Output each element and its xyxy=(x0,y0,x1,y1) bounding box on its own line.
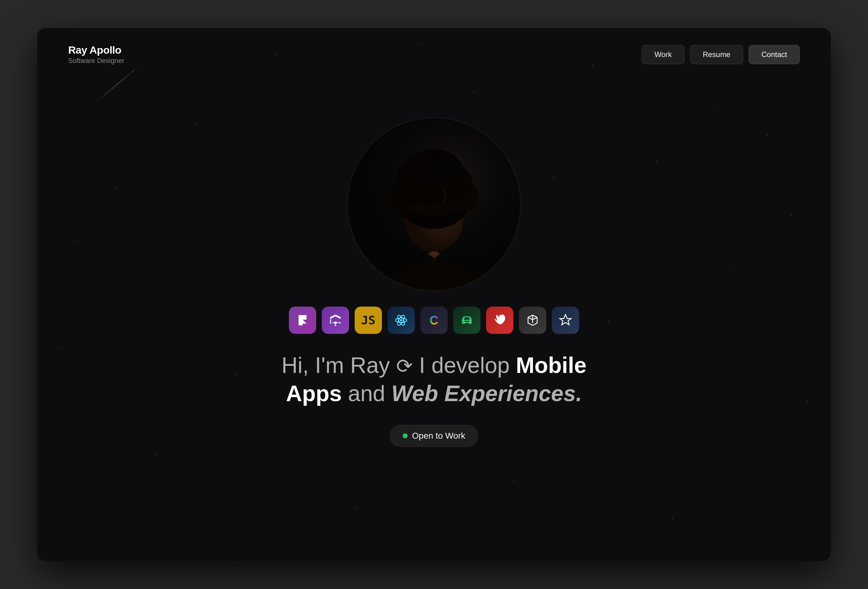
open-to-work-text: Open to Work xyxy=(412,431,465,441)
avatar xyxy=(347,118,521,291)
cursor-emoji: ⟳ xyxy=(396,355,413,377)
brand-subtitle: Software Designer xyxy=(68,57,124,65)
css-icon: C xyxy=(420,307,448,334)
avatar-container xyxy=(347,118,521,291)
headline-apps-bold: Apps xyxy=(286,381,342,406)
hero-section: JS C xyxy=(37,28,831,561)
headline-line-1: Hi, I'm Ray ⟳ I develop Mobile xyxy=(282,353,586,378)
headline-prefix: Hi, I'm Ray xyxy=(282,353,396,378)
nav-resume-button[interactable]: Resume xyxy=(690,45,743,64)
nav-work-button[interactable]: Work xyxy=(642,45,685,64)
status-dot xyxy=(403,433,407,438)
android-studio-icon xyxy=(453,307,480,334)
tech-icons-row: JS C xyxy=(289,307,579,334)
react-icon xyxy=(388,307,415,334)
nav-links: Work Resume Contact xyxy=(642,45,800,64)
swift-icon xyxy=(486,307,513,334)
nav-contact-button[interactable]: Contact xyxy=(748,45,800,64)
hero-headline: Hi, I'm Ray ⟳ I develop Mobile Apps and … xyxy=(282,353,586,406)
brand-name: Ray Apollo xyxy=(68,44,124,56)
swift2-icon xyxy=(552,307,579,334)
brand: Ray Apollo Software Designer xyxy=(68,44,124,65)
svg-rect-15 xyxy=(348,118,520,291)
javascript-icon: JS xyxy=(355,307,382,334)
framer-icon xyxy=(289,307,316,334)
headline-and: and xyxy=(342,381,391,406)
graphql-icon xyxy=(322,307,349,334)
headline-middle: I develop xyxy=(413,353,516,378)
ar-icon xyxy=(519,307,546,334)
svg-point-16 xyxy=(400,319,402,322)
headline-mobile-bold: Mobile xyxy=(516,353,586,378)
headline-web-italic: Web Experiences. xyxy=(391,381,582,406)
open-to-work-badge[interactable]: Open to Work xyxy=(390,425,478,447)
avatar-silhouette xyxy=(348,118,520,291)
navigation: Ray Apollo Software Designer Work Resume… xyxy=(37,28,831,65)
browser-window: Ray Apollo Software Designer Work Resume… xyxy=(37,28,831,561)
headline-line-2: Apps and Web Experiences. xyxy=(282,381,586,406)
